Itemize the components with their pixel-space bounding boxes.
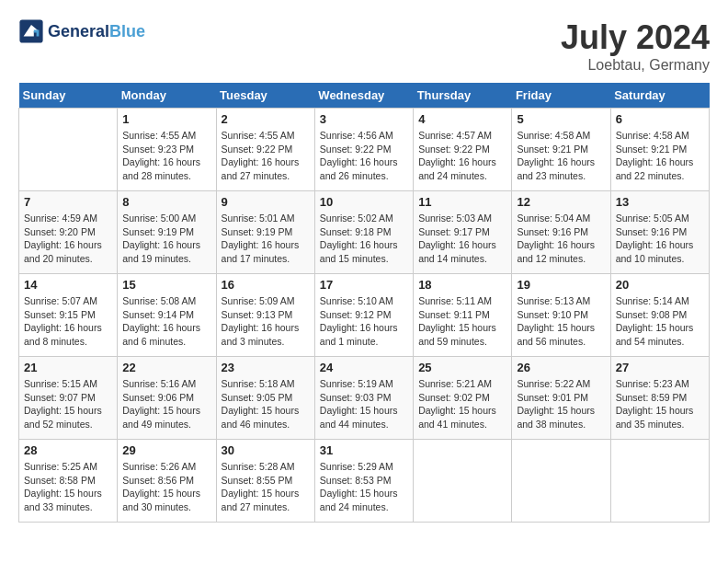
header-sunday: Sunday	[19, 83, 118, 109]
day-cell: 6Sunrise: 4:58 AMSunset: 9:21 PMDaylight…	[610, 109, 709, 191]
day-number: 30	[222, 443, 310, 457]
day-cell: 5Sunrise: 4:58 AMSunset: 9:21 PMDaylight…	[512, 109, 610, 191]
day-cell: 19Sunrise: 5:13 AMSunset: 9:10 PMDayligh…	[512, 274, 610, 357]
location-subtitle: Loebtau, Germany	[561, 57, 710, 74]
day-info: Sunrise: 4:58 AMSunset: 9:21 PMDaylight:…	[517, 129, 605, 183]
logo-icon	[18, 18, 44, 44]
day-number: 21	[24, 361, 112, 374]
day-number: 19	[517, 278, 605, 292]
day-number: 8	[122, 195, 210, 209]
header-saturday: Saturday	[610, 83, 709, 109]
day-cell: 24Sunrise: 5:19 AMSunset: 9:03 PMDayligh…	[314, 357, 413, 440]
day-number: 26	[517, 361, 605, 374]
day-info: Sunrise: 5:14 AMSunset: 9:08 PMDaylight:…	[616, 294, 704, 349]
day-number: 2	[222, 112, 310, 126]
page-header: GeneralBlue July 2024 Loebtau, Germany	[18, 18, 710, 74]
day-info: Sunrise: 5:03 AMSunset: 9:17 PMDaylight:…	[418, 212, 506, 266]
day-cell: 4Sunrise: 4:57 AMSunset: 9:22 PMDaylight…	[414, 109, 512, 191]
day-number: 31	[320, 443, 408, 457]
day-info: Sunrise: 4:55 AMSunset: 9:23 PMDaylight:…	[122, 129, 210, 183]
day-number: 17	[320, 278, 408, 292]
day-cell	[610, 440, 709, 523]
day-cell	[512, 440, 610, 523]
day-number: 15	[122, 278, 210, 292]
day-info: Sunrise: 5:01 AMSunset: 9:19 PMDaylight:…	[222, 212, 310, 266]
day-number: 4	[418, 112, 506, 126]
day-info: Sunrise: 5:26 AMSunset: 8:56 PMDaylight:…	[122, 460, 210, 514]
day-number: 24	[320, 361, 408, 374]
day-cell: 18Sunrise: 5:11 AMSunset: 9:11 PMDayligh…	[414, 274, 512, 357]
day-info: Sunrise: 5:05 AMSunset: 9:16 PMDaylight:…	[616, 212, 704, 266]
day-number: 14	[24, 278, 112, 292]
day-number: 28	[24, 443, 112, 457]
day-number: 3	[320, 112, 408, 126]
day-number: 9	[222, 195, 310, 209]
day-cell: 25Sunrise: 5:21 AMSunset: 9:02 PMDayligh…	[414, 357, 512, 440]
day-cell: 15Sunrise: 5:08 AMSunset: 9:14 PMDayligh…	[118, 274, 216, 357]
day-info: Sunrise: 5:04 AMSunset: 9:16 PMDaylight:…	[517, 212, 605, 266]
week-row-4: 21Sunrise: 5:15 AMSunset: 9:07 PMDayligh…	[19, 357, 710, 440]
day-cell	[19, 109, 118, 191]
day-info: Sunrise: 5:10 AMSunset: 9:12 PMDaylight:…	[320, 294, 408, 349]
day-number: 22	[122, 361, 210, 374]
day-cell: 22Sunrise: 5:16 AMSunset: 9:06 PMDayligh…	[118, 357, 216, 440]
day-info: Sunrise: 5:25 AMSunset: 8:58 PMDaylight:…	[24, 460, 112, 514]
day-info: Sunrise: 5:22 AMSunset: 9:01 PMDaylight:…	[517, 377, 605, 431]
title-block: July 2024 Loebtau, Germany	[561, 18, 710, 74]
month-title: July 2024	[561, 18, 710, 57]
day-number: 11	[418, 195, 506, 209]
day-cell: 7Sunrise: 4:59 AMSunset: 9:20 PMDaylight…	[19, 191, 118, 274]
day-info: Sunrise: 5:23 AMSunset: 8:59 PMDaylight:…	[616, 377, 704, 431]
day-cell: 26Sunrise: 5:22 AMSunset: 9:01 PMDayligh…	[512, 357, 610, 440]
week-row-3: 14Sunrise: 5:07 AMSunset: 9:15 PMDayligh…	[19, 274, 710, 357]
day-cell: 13Sunrise: 5:05 AMSunset: 9:16 PMDayligh…	[610, 191, 709, 274]
day-number: 25	[418, 361, 506, 374]
day-cell: 20Sunrise: 5:14 AMSunset: 9:08 PMDayligh…	[610, 274, 709, 357]
calendar-table: SundayMondayTuesdayWednesdayThursdayFrid…	[18, 83, 710, 523]
day-cell: 1Sunrise: 4:55 AMSunset: 9:23 PMDaylight…	[118, 109, 216, 191]
day-cell: 27Sunrise: 5:23 AMSunset: 8:59 PMDayligh…	[610, 357, 709, 440]
header-thursday: Thursday	[414, 83, 512, 109]
logo: GeneralBlue	[18, 18, 145, 44]
day-number: 20	[616, 278, 704, 292]
day-number: 5	[517, 112, 605, 126]
day-info: Sunrise: 4:59 AMSunset: 9:20 PMDaylight:…	[24, 212, 112, 266]
day-cell: 30Sunrise: 5:28 AMSunset: 8:55 PMDayligh…	[216, 440, 314, 523]
day-cell: 2Sunrise: 4:55 AMSunset: 9:22 PMDaylight…	[216, 109, 314, 191]
day-cell: 12Sunrise: 5:04 AMSunset: 9:16 PMDayligh…	[512, 191, 610, 274]
day-cell: 10Sunrise: 5:02 AMSunset: 9:18 PMDayligh…	[314, 191, 413, 274]
day-info: Sunrise: 4:56 AMSunset: 9:22 PMDaylight:…	[320, 129, 408, 183]
day-info: Sunrise: 5:02 AMSunset: 9:18 PMDaylight:…	[320, 212, 408, 266]
day-cell: 17Sunrise: 5:10 AMSunset: 9:12 PMDayligh…	[314, 274, 413, 357]
day-cell	[414, 440, 512, 523]
day-info: Sunrise: 5:18 AMSunset: 9:05 PMDaylight:…	[222, 377, 310, 431]
day-info: Sunrise: 5:29 AMSunset: 8:53 PMDaylight:…	[320, 460, 408, 514]
day-cell: 29Sunrise: 5:26 AMSunset: 8:56 PMDayligh…	[118, 440, 216, 523]
day-info: Sunrise: 5:09 AMSunset: 9:13 PMDaylight:…	[222, 294, 310, 349]
day-number: 13	[616, 195, 704, 209]
day-info: Sunrise: 4:55 AMSunset: 9:22 PMDaylight:…	[222, 129, 310, 183]
day-number: 23	[222, 361, 310, 374]
day-cell: 21Sunrise: 5:15 AMSunset: 9:07 PMDayligh…	[19, 357, 118, 440]
week-row-2: 7Sunrise: 4:59 AMSunset: 9:20 PMDaylight…	[19, 191, 710, 274]
day-info: Sunrise: 5:13 AMSunset: 9:10 PMDaylight:…	[517, 294, 605, 349]
day-info: Sunrise: 5:16 AMSunset: 9:06 PMDaylight:…	[122, 377, 210, 431]
day-info: Sunrise: 4:57 AMSunset: 9:22 PMDaylight:…	[418, 129, 506, 183]
day-cell: 11Sunrise: 5:03 AMSunset: 9:17 PMDayligh…	[414, 191, 512, 274]
header-friday: Friday	[512, 83, 610, 109]
day-info: Sunrise: 5:21 AMSunset: 9:02 PMDaylight:…	[418, 377, 506, 431]
week-row-5: 28Sunrise: 5:25 AMSunset: 8:58 PMDayligh…	[19, 440, 710, 523]
day-number: 7	[24, 195, 112, 209]
header-tuesday: Tuesday	[216, 83, 314, 109]
day-cell: 16Sunrise: 5:09 AMSunset: 9:13 PMDayligh…	[216, 274, 314, 357]
day-info: Sunrise: 5:19 AMSunset: 9:03 PMDaylight:…	[320, 377, 408, 431]
day-info: Sunrise: 5:11 AMSunset: 9:11 PMDaylight:…	[418, 294, 506, 349]
week-row-1: 1Sunrise: 4:55 AMSunset: 9:23 PMDaylight…	[19, 109, 710, 191]
day-cell: 3Sunrise: 4:56 AMSunset: 9:22 PMDaylight…	[314, 109, 413, 191]
day-number: 18	[418, 278, 506, 292]
logo-text: GeneralBlue	[48, 22, 145, 41]
day-cell: 9Sunrise: 5:01 AMSunset: 9:19 PMDaylight…	[216, 191, 314, 274]
day-info: Sunrise: 5:15 AMSunset: 9:07 PMDaylight:…	[24, 377, 112, 431]
day-cell: 28Sunrise: 5:25 AMSunset: 8:58 PMDayligh…	[19, 440, 118, 523]
day-info: Sunrise: 4:58 AMSunset: 9:21 PMDaylight:…	[616, 129, 704, 183]
